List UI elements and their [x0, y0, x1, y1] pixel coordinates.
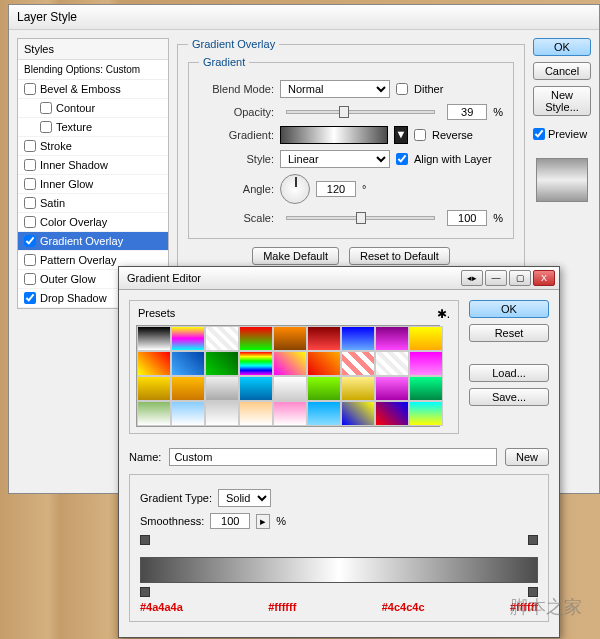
- name-label: Name:: [129, 451, 161, 463]
- blending-options[interactable]: Blending Options: Custom: [18, 60, 168, 80]
- gear-icon[interactable]: ✱.: [437, 307, 450, 321]
- style-checkbox[interactable]: [24, 273, 36, 285]
- preset-swatch[interactable]: [137, 351, 171, 376]
- close-icon[interactable]: X: [533, 270, 555, 286]
- new-style-button[interactable]: New Style...: [533, 86, 591, 116]
- name-input[interactable]: [169, 448, 497, 466]
- preset-swatch[interactable]: [307, 376, 341, 401]
- style-item[interactable]: Inner Glow: [18, 175, 168, 194]
- style-checkbox[interactable]: [24, 140, 36, 152]
- preset-swatch[interactable]: [375, 326, 409, 351]
- preset-swatch[interactable]: [171, 376, 205, 401]
- preset-swatch[interactable]: [205, 351, 239, 376]
- style-checkbox[interactable]: [24, 159, 36, 171]
- preset-swatch[interactable]: [273, 376, 307, 401]
- gradient-editor-window: Gradient Editor ◂▸ — ▢ X Presets ✱. OK R…: [118, 266, 560, 638]
- style-item[interactable]: Satin: [18, 194, 168, 213]
- align-checkbox[interactable]: [396, 153, 408, 165]
- preset-swatch[interactable]: [137, 401, 171, 426]
- gradient-bar[interactable]: [140, 557, 538, 583]
- ge-reset-button[interactable]: Reset: [469, 324, 549, 342]
- blend-mode-select[interactable]: Normal: [280, 80, 390, 98]
- preset-swatch[interactable]: [409, 376, 443, 401]
- preset-swatch[interactable]: [341, 376, 375, 401]
- preset-swatch[interactable]: [205, 326, 239, 351]
- style-item[interactable]: Bevel & Emboss: [18, 80, 168, 99]
- style-checkbox[interactable]: [24, 235, 36, 247]
- ge-ok-button[interactable]: OK: [469, 300, 549, 318]
- preset-swatch[interactable]: [409, 351, 443, 376]
- preset-swatch[interactable]: [171, 401, 205, 426]
- dither-checkbox[interactable]: [396, 83, 408, 95]
- maximize-icon[interactable]: ▢: [509, 270, 531, 286]
- opacity-input[interactable]: [447, 104, 487, 120]
- style-checkbox[interactable]: [24, 254, 36, 266]
- preset-swatch[interactable]: [341, 401, 375, 426]
- type-label: Gradient Type:: [140, 492, 212, 504]
- preset-swatch[interactable]: [171, 326, 205, 351]
- style-checkbox[interactable]: [24, 292, 36, 304]
- preset-swatch[interactable]: [137, 326, 171, 351]
- scale-slider[interactable]: [286, 216, 435, 220]
- preset-swatch[interactable]: [375, 401, 409, 426]
- angle-dial[interactable]: [280, 174, 310, 204]
- preset-swatch[interactable]: [239, 376, 273, 401]
- ge-save-button[interactable]: Save...: [469, 388, 549, 406]
- preset-swatch[interactable]: [205, 376, 239, 401]
- preset-swatch[interactable]: [273, 401, 307, 426]
- preset-swatch[interactable]: [239, 401, 273, 426]
- preset-swatch[interactable]: [307, 351, 341, 376]
- make-default-button[interactable]: Make Default: [252, 247, 339, 265]
- reset-default-button[interactable]: Reset to Default: [349, 247, 450, 265]
- minimize-icon[interactable]: —: [485, 270, 507, 286]
- style-item[interactable]: Color Overlay: [18, 213, 168, 232]
- type-select[interactable]: Solid: [218, 489, 271, 507]
- preset-swatch[interactable]: [273, 326, 307, 351]
- panel-sublegend: Gradient: [199, 56, 249, 68]
- style-checkbox[interactable]: [24, 216, 36, 228]
- help-icon[interactable]: ◂▸: [461, 270, 483, 286]
- preset-swatch[interactable]: [307, 401, 341, 426]
- ge-load-button[interactable]: Load...: [469, 364, 549, 382]
- scale-input[interactable]: [447, 210, 487, 226]
- preset-swatch[interactable]: [341, 326, 375, 351]
- preset-swatch[interactable]: [239, 326, 273, 351]
- preset-swatch[interactable]: [137, 376, 171, 401]
- style-item[interactable]: Gradient Overlay: [18, 232, 168, 251]
- style-checkbox[interactable]: [24, 83, 36, 95]
- opacity-slider[interactable]: [286, 110, 435, 114]
- opacity-stop[interactable]: [140, 535, 150, 545]
- cancel-button[interactable]: Cancel: [533, 62, 591, 80]
- preset-swatch[interactable]: [239, 351, 273, 376]
- styles-header[interactable]: Styles: [18, 39, 168, 60]
- preset-swatch[interactable]: [307, 326, 341, 351]
- style-select[interactable]: Linear: [280, 150, 390, 168]
- preset-swatch[interactable]: [341, 351, 375, 376]
- style-checkbox[interactable]: [40, 121, 52, 133]
- gradient-swatch[interactable]: [280, 126, 388, 144]
- smooth-input[interactable]: [210, 513, 250, 529]
- preset-swatch[interactable]: [409, 326, 443, 351]
- preview-checkbox[interactable]: [533, 128, 545, 140]
- style-item[interactable]: Texture: [18, 118, 168, 137]
- style-checkbox[interactable]: [24, 197, 36, 209]
- smooth-dd-icon[interactable]: ▸: [256, 514, 270, 529]
- color-stop[interactable]: [140, 587, 150, 597]
- preset-swatch[interactable]: [375, 376, 409, 401]
- preset-swatch[interactable]: [375, 351, 409, 376]
- style-checkbox[interactable]: [40, 102, 52, 114]
- preset-swatch[interactable]: [273, 351, 307, 376]
- style-item[interactable]: Stroke: [18, 137, 168, 156]
- style-item[interactable]: Contour: [18, 99, 168, 118]
- new-button[interactable]: New: [505, 448, 549, 466]
- preset-swatch[interactable]: [409, 401, 443, 426]
- gradient-dropdown-icon[interactable]: ▼: [394, 126, 408, 144]
- angle-input[interactable]: [316, 181, 356, 197]
- reverse-checkbox[interactable]: [414, 129, 426, 141]
- style-checkbox[interactable]: [24, 178, 36, 190]
- style-item[interactable]: Inner Shadow: [18, 156, 168, 175]
- preset-swatch[interactable]: [171, 351, 205, 376]
- opacity-stop[interactable]: [528, 535, 538, 545]
- ok-button[interactable]: OK: [533, 38, 591, 56]
- preset-swatch[interactable]: [205, 401, 239, 426]
